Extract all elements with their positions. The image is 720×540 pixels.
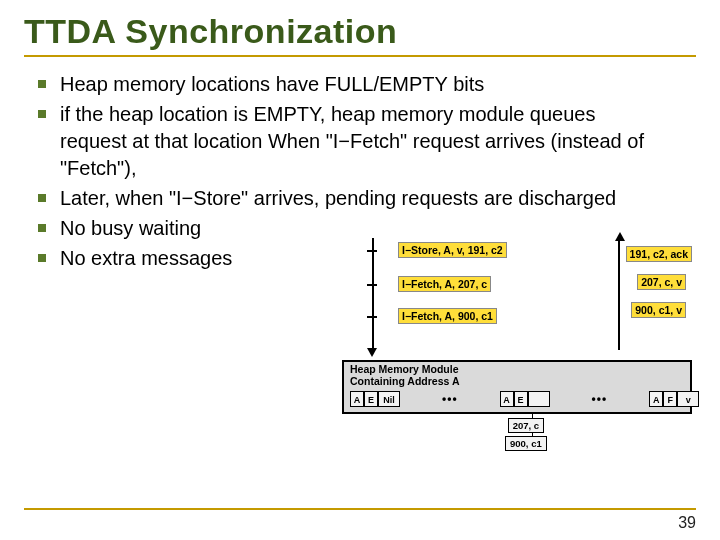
left-label-ifetch: I−Fetch, A, 900, c1	[398, 308, 497, 324]
slot-group: A E Nil	[350, 391, 400, 407]
page-number: 39	[678, 514, 696, 532]
slot-address: A	[649, 391, 663, 407]
arrow-up-head-icon	[615, 232, 625, 241]
dots-icon: •••	[442, 393, 458, 406]
bullet-item: Heap memory locations have FULL/EMPTY bi…	[60, 71, 664, 98]
slot-value: v	[677, 391, 699, 407]
pending-queue: 207, c 900, c1	[505, 418, 547, 451]
left-label-ifetch: I−Fetch, A, 207, c	[398, 276, 491, 292]
slot-state: E	[514, 391, 528, 407]
left-label-istore: I−Store, A, v, 191, c2	[398, 242, 507, 258]
slot-address: A	[500, 391, 514, 407]
slot-state: F	[663, 391, 677, 407]
arrow-tick	[367, 250, 377, 252]
arrow-up-line	[618, 238, 620, 350]
arrow-down-head-icon	[367, 348, 377, 357]
slot-value	[528, 391, 550, 407]
arrow-down-line	[372, 238, 374, 350]
arrow-tick	[367, 284, 377, 286]
slide-title: TTDA Synchronization	[24, 12, 696, 51]
hmm-label-line1: Heap Memory Module	[350, 364, 684, 376]
hmm-label-line2: Containing Address A	[350, 376, 684, 388]
title-rule	[24, 55, 696, 57]
slot-state: E	[364, 391, 378, 407]
dots-icon: •••	[592, 393, 608, 406]
slot-group: A F v	[649, 391, 699, 407]
right-label-value: 207, c, v	[637, 274, 686, 290]
slot-address: A	[350, 391, 364, 407]
arrow-tick	[367, 316, 377, 318]
pending-request-box: 900, c1	[505, 436, 547, 451]
bullet-item: Later, when "I−Store" arrives, pending r…	[60, 185, 664, 212]
heap-diagram: I−Store, A, v, 191, c2 I−Fetch, A, 207, …	[342, 232, 692, 452]
slot-group: A E	[500, 391, 550, 407]
bullet-item: if the heap location is EMPTY, heap memo…	[60, 101, 664, 182]
heap-memory-module-box: Heap Memory Module Containing Address A …	[342, 360, 692, 414]
slot-value: Nil	[378, 391, 400, 407]
pending-request-box: 207, c	[508, 418, 544, 433]
right-label-ack: 191, c2, ack	[626, 246, 692, 262]
footer-rule	[24, 508, 696, 510]
right-label-value: 900, c1, v	[631, 302, 686, 318]
